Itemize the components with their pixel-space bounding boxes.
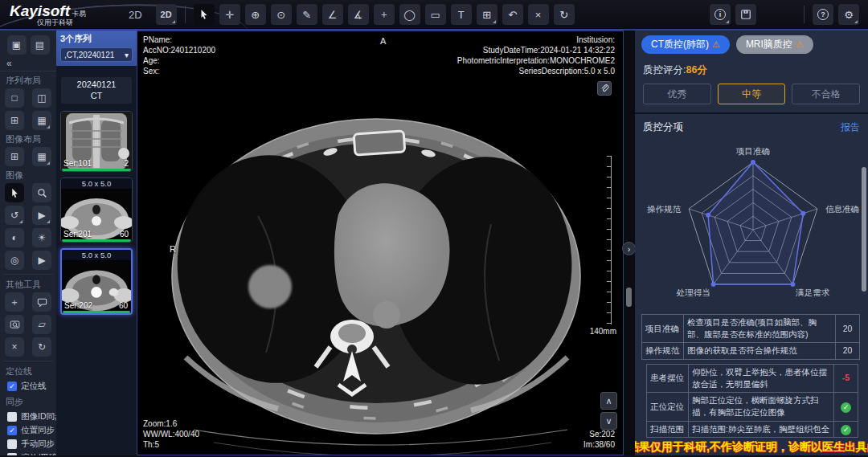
grid-layout-button[interactable]: ⊞ (477, 4, 497, 25)
delete-tool-button[interactable]: × (5, 337, 24, 357)
save-icon (740, 9, 751, 20)
image-stack-scrollbar[interactable] (626, 288, 632, 307)
image-layout-custom-button[interactable]: ▦ (32, 147, 51, 166)
target-tool-button[interactable]: ⊙ (271, 4, 292, 25)
study-info-overlay: Institusion: StudyDateTime:2024-01-21 14… (457, 35, 615, 76)
image-layout-2x2-button[interactable]: ⊞ (5, 147, 24, 166)
image-invert-button[interactable]: ◐ (5, 228, 24, 247)
sync-imageid-checkbox-row[interactable]: 图像ID同步 (0, 410, 56, 423)
image-brightness-button[interactable]: ☀ (32, 228, 51, 247)
patient-name: PName: (143, 35, 215, 45)
series-layout-1x2-button[interactable]: ◫ (32, 88, 51, 108)
thumbnail-ser202-selected[interactable]: 5.0 x 5.0 Ser:202 60 (60, 248, 133, 315)
thumbnail-ser201[interactable]: 5.0 x 5.0 Ser:201 60 (60, 177, 133, 243)
study-tile[interactable]: 20240121 CT (61, 77, 132, 104)
attachment-button[interactable] (597, 81, 612, 96)
image-rotate-button[interactable]: ↺ (5, 206, 24, 225)
series-header: 3个序列 ,CT,20240121 ▾ (56, 31, 137, 66)
series-layout-custom-button[interactable]: ▦ (32, 111, 51, 130)
sync-position-checkbox[interactable]: ✓ (7, 426, 17, 435)
tab-ct-qc[interactable]: CT质控(肺部) ⚠ (641, 35, 730, 54)
series-panel-toggle-button[interactable]: ▣ (7, 35, 27, 55)
grade-medium-button[interactable]: 中等 (718, 84, 786, 104)
length-tool-button[interactable]: ✎ (297, 4, 317, 25)
delete-annotation-button[interactable]: × (528, 4, 549, 25)
ellipse-roi-button[interactable]: ◯ (399, 4, 420, 25)
series-description: SeriesDescription:5.0 x 5.0 (457, 66, 615, 76)
report-link[interactable]: 报告 (841, 120, 860, 134)
sync-zoom-pan-checkbox[interactable] (7, 453, 17, 456)
sync-imageid-checkbox[interactable] (7, 412, 17, 422)
crosshair-tool-button[interactable]: ＋ (5, 292, 24, 312)
svg-text:信息准确: 信息准确 (825, 204, 859, 214)
toolbar-separator (804, 6, 805, 23)
probe-tool-button[interactable]: ＋ (374, 4, 395, 25)
report-panel-button[interactable]: ▤ (31, 35, 50, 55)
pointer-tool-button[interactable] (194, 4, 215, 25)
qc-row-desc: 胸部正位定位，横断面螺旋方式扫描，有胸部正位定位图像 (689, 393, 834, 421)
study-select-dropdown[interactable]: ,CT,20240121 ▾ (60, 47, 133, 62)
qc-row-score: 20 (836, 343, 860, 359)
qc-panel-scrollbar[interactable] (862, 167, 866, 292)
eraser-tool-button[interactable]: ▱ (32, 315, 51, 334)
sync-manual-checkbox[interactable] (7, 439, 17, 449)
grade-excellent-button[interactable]: 优秀 (643, 84, 711, 104)
thumbnail-loaded-bar (62, 239, 131, 242)
qc-row-desc: 仰卧位，双臂上举抱头，患者体位摆放合适，无明显偏斜 (689, 364, 834, 392)
sync-manual-checkbox-row[interactable]: 手动同步 (0, 437, 56, 451)
study-select-value: ,CT,20240121 (64, 51, 114, 59)
image-magnifier-button[interactable] (32, 183, 51, 202)
locline-checkbox[interactable]: ✓ (7, 382, 17, 391)
reset-button[interactable]: ↻ (554, 4, 575, 25)
pan-tool-button[interactable]: ✛ (219, 4, 240, 25)
chevron-down-icon: ▾ (125, 51, 129, 59)
tab-mri-qc[interactable]: MRI脑质控 ⚠ (736, 35, 813, 54)
photometric-interpretation: PhotometricInterpretation:MONOCHROME2 (457, 55, 615, 66)
sync-zoom-pan-checkbox-row[interactable]: 缩放/平移 (0, 451, 56, 455)
locline-checkbox-row[interactable]: ✓ 定位线 (0, 379, 56, 393)
grade-fail-button[interactable]: 不合格 (792, 84, 860, 104)
zoom-tool-button[interactable]: ⊕ (245, 4, 266, 25)
image-viewport[interactable]: PName: AccNO:2401210200 Age: Sex: Instit… (137, 31, 624, 455)
svg-text:操作规范: 操作规范 (647, 204, 682, 214)
table-row: 项目准确 检查项目是否准确(项目如脑部、胸部、腹部是否在标准的范围内容) 20 (642, 315, 860, 343)
series-layout-1x1-button[interactable]: □ (5, 88, 24, 108)
previous-image-button[interactable]: ∧ (600, 392, 617, 410)
help-icon: ? (817, 9, 829, 20)
refresh-tool-button[interactable]: ↻ (32, 337, 51, 357)
save-button[interactable] (735, 4, 756, 25)
left-tool-sidebar: ▣ ▤ « 序列布局 □ ◫ ⊞ ▦ 图像布局 ⊞ ▦ 图像 (0, 31, 56, 455)
pass-check-icon: ✓ (841, 402, 851, 413)
next-image-button[interactable]: ∨ (600, 412, 617, 430)
angle-tool-button[interactable]: ∠ (322, 4, 343, 25)
tab-label: MRI脑质控 (746, 38, 792, 51)
magnify-region-button[interactable] (5, 315, 24, 334)
undo-button[interactable]: ↶ (502, 4, 523, 25)
help-button[interactable]: ? (813, 4, 833, 25)
image-pointer-button[interactable] (5, 183, 24, 202)
layout-2d-button[interactable]: 2D (156, 4, 177, 25)
cobb-angle-tool-button[interactable]: ∡ (348, 4, 369, 25)
expand-panel-button[interactable]: › (622, 242, 636, 255)
gear-icon: ⚙ (844, 9, 854, 21)
comment-tool-button[interactable] (32, 292, 51, 312)
patient-info-overlay: PName: AccNO:2401210200 Age: Sex: (143, 35, 215, 76)
thumbnail-title: 5.0 x 5.0 (61, 178, 132, 189)
image-play-button[interactable]: ▶ (32, 251, 51, 270)
rect-roi-button[interactable]: ▭ (425, 4, 446, 25)
settings-button[interactable]: ⚙ (838, 4, 859, 25)
text-annotation-button[interactable]: T (451, 4, 472, 25)
disclaimer-marquee: 结果仅用于科研,不作诊断证明，诊断以医生出具的诊断 (635, 440, 868, 455)
info-button[interactable]: i (710, 4, 731, 25)
series-layout-2x2-button[interactable]: ⊞ (5, 111, 24, 130)
warning-icon: ⚠ (796, 39, 804, 50)
image-cine-button[interactable]: ◎ (5, 251, 24, 270)
sidebar-collapse-button[interactable]: « (0, 58, 56, 71)
thumbnail-ser101[interactable]: Ser:101 2 (60, 111, 133, 172)
series-layout-section-title: 序列布局 (0, 71, 56, 88)
thumbnail-series-number: Ser:101 (63, 159, 92, 168)
image-flip-button[interactable]: ▶ (32, 206, 51, 225)
qc-row-label: 操作规范 (642, 343, 684, 359)
sync-position-checkbox-row[interactable]: ✓ 位置同步 (0, 423, 56, 437)
info-icon: i (714, 9, 726, 20)
